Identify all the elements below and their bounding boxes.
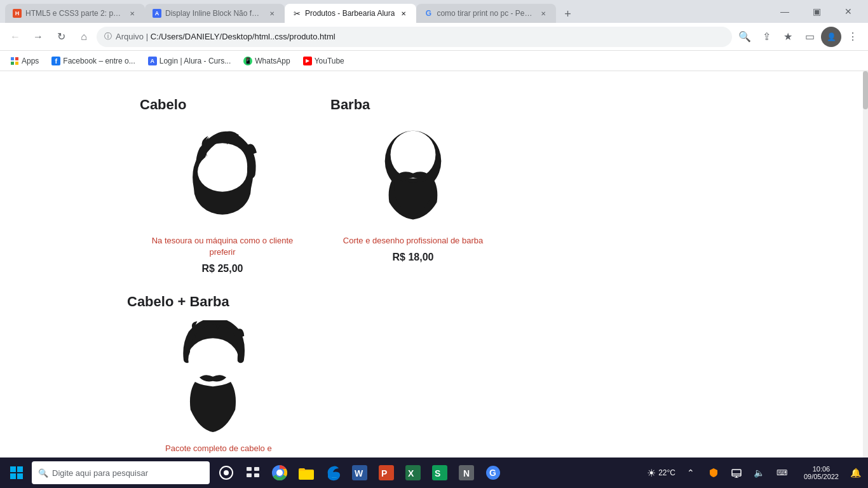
network-icon — [731, 468, 742, 478]
svg-point-16 — [224, 470, 229, 475]
start-button[interactable] — [3, 459, 31, 487]
taskbar-search-bar[interactable]: 🔍 Digite aqui para pesquisar — [32, 461, 210, 484]
minimize-button[interactable]: — — [770, 1, 799, 22]
taskbar-edge-button[interactable] — [320, 459, 346, 487]
extra1-icon: S — [431, 464, 448, 481]
menu-button[interactable]: ⋮ — [843, 27, 863, 47]
tab4-favicon: G — [424, 9, 433, 18]
cabelo-image — [172, 123, 273, 225]
svg-rect-20 — [254, 473, 259, 477]
search-button[interactable]: 🔍 — [735, 27, 755, 47]
taskbar-explorer-button[interactable] — [294, 459, 319, 487]
chevron-up-icon: ⌃ — [687, 468, 695, 478]
close-button[interactable]: ✕ — [834, 1, 863, 22]
svg-point-23 — [277, 470, 282, 475]
tab-google[interactable]: G como tirar print no pc - Pesquisa... ✕ — [416, 4, 556, 23]
reload-button[interactable]: ↻ — [51, 27, 71, 47]
tray-antivirus[interactable] — [703, 459, 724, 487]
tab-display[interactable]: A Display Inline Block Não funciona... ✕ — [145, 4, 285, 23]
excel-icon: X — [405, 464, 421, 481]
taskbar-chrome-button[interactable] — [267, 459, 292, 487]
bookmark-whatsapp[interactable]: 📱 WhatsApp — [238, 54, 295, 68]
address-path: C:/Users/DANIELY/Desktop/html..css/produ… — [151, 32, 336, 41]
bookmark-facebook[interactable]: f Facebook – entre o... — [46, 54, 140, 68]
svg-text:W: W — [355, 468, 363, 478]
tray-network[interactable] — [726, 459, 747, 487]
taskbar-taskview-button[interactable] — [240, 459, 266, 487]
tray-volume[interactable]: 🔈 — [749, 459, 770, 487]
tray-keyboard[interactable]: ⌨ — [772, 459, 792, 487]
tray-notification[interactable]: 🔔 — [845, 459, 865, 487]
nav-bar: ← → ↻ ⌂ ⓘ Arquivo | C:/Users/DANIELY/Des… — [0, 23, 868, 51]
protocol-text: Arquivo — [116, 32, 144, 41]
barba-desc: Corte e desenho profissional de barba — [343, 235, 483, 247]
taskbar-word-button[interactable]: W — [347, 459, 372, 487]
bookmark-whatsapp-label: WhatsApp — [255, 57, 290, 65]
svg-rect-3 — [15, 62, 18, 65]
whatsapp-icon: 📱 — [243, 57, 252, 65]
taskbar-extra1-button[interactable]: S — [427, 459, 452, 487]
svg-rect-14 — [17, 473, 23, 479]
apps-grid-icon — [10, 57, 19, 65]
taskbar-search-icon: 🔍 — [38, 468, 48, 478]
share-button[interactable]: ⇪ — [756, 27, 776, 47]
profile-button[interactable]: 👤 — [821, 27, 841, 47]
tabs-area: H HTML5 e CSS3 parte 2: posiciona... ✕ A… — [5, 0, 765, 23]
tray-weather[interactable]: ☀ 22°C — [644, 459, 678, 487]
tab-produtos[interactable]: ✂ Produtos - Barbearia Alura ✕ — [285, 4, 416, 23]
home-button[interactable]: ⌂ — [74, 27, 94, 47]
bookmarks-bar: Apps f Facebook – entre o... A Login | A… — [0, 51, 868, 71]
svg-text:S: S — [435, 468, 440, 478]
combo-title: Cabelo + Barba — [127, 294, 741, 310]
edge-icon — [325, 464, 341, 481]
taskbar-extra2-button[interactable]: N — [454, 459, 479, 487]
keyboard-icon: ⌨ — [776, 468, 787, 477]
forward-button[interactable]: → — [28, 27, 48, 47]
bookmark-apps[interactable]: Apps — [5, 54, 44, 68]
tab-html5[interactable]: H HTML5 e CSS3 parte 2: posiciona... ✕ — [5, 4, 145, 23]
notification-icon: 🔔 — [850, 468, 861, 478]
facebook-icon: f — [51, 57, 60, 65]
windows-logo-icon — [10, 466, 23, 479]
browser-frame: H HTML5 e CSS3 parte 2: posiciona... ✕ A… — [0, 0, 868, 488]
tab3-title: Produtos - Barbearia Alura — [305, 9, 395, 18]
alura-icon: A — [148, 57, 157, 65]
svg-rect-13 — [10, 473, 16, 479]
tray-chevron[interactable]: ⌃ — [681, 459, 701, 487]
svg-point-6 — [198, 152, 247, 192]
address-bar[interactable]: ⓘ Arquivo | C:/Users/DANIELY/Desktop/htm… — [97, 27, 732, 47]
bookmark-youtube-label: YouTube — [315, 57, 344, 65]
taskview-icon — [245, 465, 261, 480]
tab3-close[interactable]: ✕ — [398, 8, 409, 18]
title-bar: H HTML5 e CSS3 parte 2: posiciona... ✕ A… — [0, 0, 868, 23]
bookmark-alura[interactable]: A Login | Alura - Curs... — [143, 54, 236, 68]
file-explorer-icon — [298, 464, 315, 481]
tab2-title: Display Inline Block Não funciona... — [165, 9, 263, 18]
bookmark-star-button[interactable]: ★ — [778, 27, 798, 47]
clock-date: 09/05/2022 — [804, 473, 839, 480]
system-tray: ☀ 22°C ⌃ 🔈 — [639, 459, 797, 487]
new-tab-button[interactable]: + — [559, 5, 576, 23]
taskbar-excel-button[interactable]: X — [400, 459, 426, 487]
tab1-close[interactable]: ✕ — [127, 8, 137, 18]
combo-desc: Pacote completo de cabelo e — [165, 444, 741, 453]
taskbar-cortana-button[interactable] — [214, 459, 239, 487]
back-button[interactable]: ← — [5, 27, 25, 47]
svg-rect-18 — [254, 467, 259, 471]
scrollbar-thumb[interactable] — [863, 71, 868, 109]
svg-rect-17 — [247, 467, 252, 471]
tab4-close[interactable]: ✕ — [538, 8, 548, 18]
bookmark-youtube[interactable]: ▶ YouTube — [298, 54, 349, 68]
split-view-button[interactable]: ▭ — [799, 27, 820, 47]
tab4-title: como tirar print no pc - Pesquisa... — [437, 9, 534, 18]
hair-icon — [175, 126, 270, 222]
svg-text:G: G — [489, 468, 496, 478]
taskbar-clock[interactable]: 10:06 09/05/2022 — [799, 465, 844, 480]
tab2-close[interactable]: ✕ — [267, 8, 277, 18]
chrome-icon — [271, 464, 288, 482]
maximize-button[interactable]: ▣ — [802, 1, 831, 22]
taskbar-powerpoint-button[interactable]: P — [374, 459, 399, 487]
scrollbar[interactable] — [863, 71, 868, 458]
taskbar-extra3-button[interactable]: G — [480, 459, 506, 487]
extra2-icon: N — [458, 464, 475, 481]
